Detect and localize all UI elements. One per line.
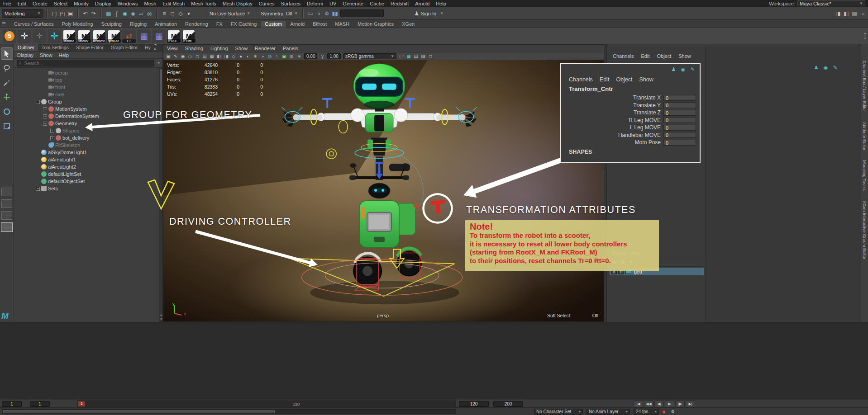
outliner-item[interactable]: + Shapes <box>29 127 159 134</box>
channel-value-field[interactable]: 0 <box>663 117 696 123</box>
shelf-item-amdoc[interactable]: M amdoc <box>62 29 76 43</box>
shelf-tab[interactable]: Custom <box>261 21 286 28</box>
menubar-item[interactable]: Select <box>51 0 71 7</box>
single-pane-layout-button[interactable] <box>1 188 12 196</box>
shelf-item-rename[interactable]: M Rename <box>92 29 106 43</box>
channel-attribute-row[interactable]: R Leg MOVE 0 <box>561 117 700 124</box>
viewport-menu-item[interactable]: Shading <box>181 46 207 51</box>
scroll-down-icon[interactable]: ▼ <box>159 317 163 321</box>
expand-toggle-icon[interactable]: − <box>43 122 47 126</box>
step-back-frame-button[interactable]: ◀| <box>654 401 664 407</box>
viewport-menu-item[interactable]: View <box>163 46 181 51</box>
menubar-item[interactable]: Mesh Tools <box>188 0 219 7</box>
shelf-tab[interactable]: Rendering <box>181 21 212 28</box>
current-time-field[interactable] <box>30 401 50 407</box>
ipr-render-icon[interactable]: ◑ <box>315 9 323 18</box>
xray-icon[interactable]: ▥ <box>288 53 295 60</box>
step-forward-frame-button[interactable]: |▶ <box>675 401 685 407</box>
move-tool[interactable] <box>1 91 13 103</box>
three-pane-layout-button[interactable] <box>1 211 12 220</box>
attribute-editor-toggle-icon[interactable]: ◨ <box>834 9 842 18</box>
snap-to-curve-icon[interactable]: ∫ <box>113 9 121 18</box>
workspace-selector[interactable]: Maya Classic*▼ <box>797 0 865 6</box>
no-live-surface-selector[interactable]: No Live Surface▼ <box>208 11 252 16</box>
outliner-menu-item[interactable]: Display <box>14 52 37 58</box>
field-chart-icon[interactable]: ▦ <box>208 53 215 60</box>
background-gradient-icon[interactable]: ▨ <box>420 53 427 60</box>
snap-to-view-plane-icon[interactable]: ▱ <box>137 9 145 18</box>
channel-box-menu-item[interactable]: Object <box>613 76 635 83</box>
menubar-item[interactable]: File <box>0 0 14 7</box>
outliner-item[interactable]: aiAreaLight1 <box>29 156 159 163</box>
panel-tab[interactable]: Shape Editor <box>72 44 107 51</box>
shadows-icon[interactable]: ◑ <box>259 53 266 60</box>
grease-pencil-icon[interactable]: ✎ <box>172 53 179 60</box>
hud-toggle-icon[interactable]: ▤ <box>412 53 420 60</box>
camera-lock-icon[interactable]: ◉ <box>179 53 186 60</box>
channel-attribute-row[interactable]: Translate Y 0 <box>561 102 700 109</box>
symmetry-selector[interactable]: Symmetry: Off▼ <box>259 11 300 16</box>
menubar-item[interactable]: Mesh <box>141 0 159 7</box>
resolution-gate-icon[interactable]: □ <box>194 53 201 60</box>
film-gate-icon[interactable]: ▭ <box>186 53 194 60</box>
screen-space-ao-icon[interactable]: ◎ <box>266 53 273 60</box>
viewport-menu-item[interactable]: Renderer <box>251 46 279 51</box>
collapse-statusline-icon[interactable]: « <box>860 11 866 16</box>
channel-box-menu-item[interactable]: Show <box>637 76 656 83</box>
channel-edit-icon[interactable]: ✎ <box>689 66 696 73</box>
channel-value-field[interactable]: 0 <box>663 110 696 116</box>
channel-pin-icon[interactable]: ♟ <box>670 66 677 73</box>
snap-to-grid-icon[interactable]: ▦ <box>105 9 113 18</box>
viewport-3d-area[interactable]: Verts:4264000 Edges:8381000 Faces:412760… <box>163 60 604 321</box>
outline-icon[interactable]: □ <box>427 53 434 60</box>
go-to-end-button[interactable]: ▶| <box>686 401 695 407</box>
outliner-item[interactable]: FitSkeleton <box>29 141 159 149</box>
menubar-item[interactable]: Generate <box>339 0 367 7</box>
outliner-item[interactable]: aiSkyDomeLight1 <box>29 149 159 156</box>
select-object-icon[interactable]: □ <box>168 9 176 18</box>
file-new-icon[interactable]: ▢ <box>50 9 58 18</box>
channel-attribute-row[interactable]: Moto Pose 0 <box>561 139 700 146</box>
expand-toggle-icon[interactable]: + <box>50 129 54 133</box>
shelf-tab[interactable]: FX <box>212 21 227 28</box>
dock-menu-item[interactable]: Object <box>653 53 674 59</box>
menubar-item[interactable]: Curves <box>256 0 278 7</box>
shelf-item-grid-b[interactable]: ▦ <box>152 29 166 43</box>
sidebar-vertical-tab[interactable]: Channel Box / Layer Editor <box>862 61 867 112</box>
motion-blur-icon[interactable]: ≈ <box>273 53 281 60</box>
dock-menu-item[interactable]: Edit <box>638 53 653 59</box>
panel-tab[interactable]: Hy <box>141 44 154 51</box>
menu-set-selector[interactable]: Modeling▼ <box>2 9 43 18</box>
sidebar-vertical-tab[interactable]: Modeling Toolkit <box>862 160 867 191</box>
shelf-item-skeleton-dark[interactable]: ✛ <box>33 29 46 43</box>
panel-tab[interactable]: Tool Settings <box>38 44 72 51</box>
dock-menu-item[interactable]: Channels <box>610 53 637 59</box>
exposure-field[interactable]: 0.00 <box>304 53 317 59</box>
menubar-item[interactable]: Edit Mesh <box>159 0 188 7</box>
filter-chevron-icon[interactable]: ▾ <box>158 61 160 65</box>
rotate-tool[interactable] <box>1 106 13 117</box>
outliner-item[interactable]: + Sets <box>29 185 159 192</box>
expand-toggle-icon[interactable]: − <box>36 100 40 104</box>
snap-to-point-icon[interactable]: ◉ <box>121 9 129 18</box>
channel-value-field[interactable]: 0 <box>663 132 696 138</box>
shelf-item-hist[interactable]: M Hist <box>182 29 196 43</box>
fps-selector[interactable]: 24 fps▾ <box>634 409 659 415</box>
menubar-item[interactable]: Arnold <box>412 0 433 7</box>
shelf-tab[interactable]: Animation <box>151 21 181 28</box>
range-slider[interactable] <box>2 409 456 414</box>
shelf-tab[interactable]: Arnold <box>286 21 309 28</box>
select-hierarchy-icon[interactable]: ≡ <box>160 9 168 18</box>
outliner-item[interactable]: + bot_delivery <box>29 134 159 141</box>
time-slider[interactable]: 1 120 <box>77 401 456 407</box>
shaded-icon[interactable]: ● <box>237 53 244 60</box>
shelf-menu-icon[interactable]: ☰ <box>2 21 6 26</box>
play-button[interactable]: ▶ <box>665 401 674 407</box>
file-save-icon[interactable]: ▣ <box>67 9 75 18</box>
select-mask-icon[interactable]: ▾ <box>185 9 193 18</box>
shelf-options-icon[interactable]: ≡ <box>864 37 866 41</box>
shelf-item-ft[interactable]: ⇄ FT <box>122 29 136 43</box>
channel-manip-icon[interactable]: ◉ <box>680 66 687 73</box>
make-live-icon[interactable]: ◎ <box>145 9 153 18</box>
channel-box-toggle-icon[interactable]: ▥ <box>850 9 858 18</box>
